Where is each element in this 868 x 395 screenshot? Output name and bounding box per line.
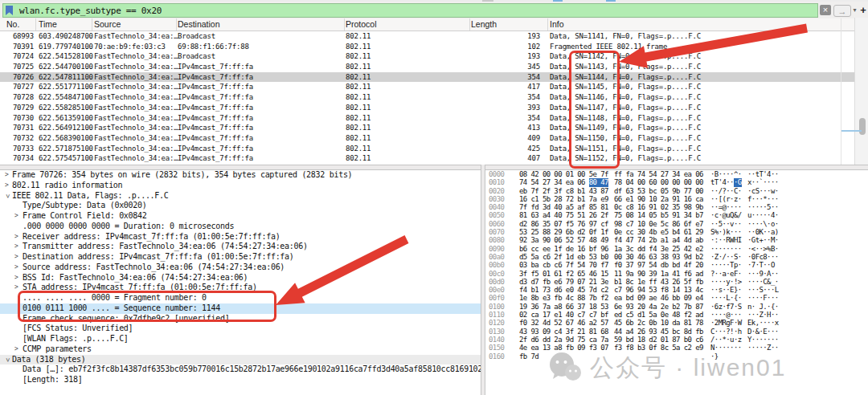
ascii-left[interactable]: C···?!·h bbox=[710, 328, 742, 336]
hex-bytes-left[interactable]: 1e 8b e3 fb 4c 88 7b f2 bbox=[519, 294, 608, 302]
detail-row[interactable]: >Destination address: IPv4mcast_7f:ff:fa… bbox=[0, 252, 481, 263]
ascii-right[interactable]: f···*··· bbox=[747, 195, 779, 203]
detail-row[interactable]: >Transmitter address: FastTechnolo_34:ea… bbox=[0, 242, 481, 252]
detail-row[interactable]: .000 0000 0000 0000 = Duration: 0 micros… bbox=[0, 222, 481, 232]
hex-bytes-right[interactable]: 59 bd 18 d2 01 87 b0 c6 bbox=[614, 336, 703, 344]
detail-row[interactable]: [WLAN Flags: .p....F.C] bbox=[0, 334, 481, 344]
ascii-right[interactable]: Y······· bbox=[747, 336, 779, 344]
selected-ascii[interactable]: ·G bbox=[734, 178, 742, 186]
ascii-right[interactable]: ····C&_· bbox=[747, 278, 779, 286]
ascii-right[interactable]: ·····5·· bbox=[747, 203, 779, 211]
packet-row[interactable]: 68993603.490248700FastTechnolo_34:ea:…Br… bbox=[0, 31, 854, 42]
ascii-left[interactable]: ····L·{· bbox=[710, 294, 742, 302]
hex-row[interactable]: 0060d2 86 35 07 f5 76 97 cf··5··v··98 c7… bbox=[485, 220, 868, 228]
hex-row[interactable]: 000008 42 00 00 01 00 5e 7f·B····^·ff fa… bbox=[485, 170, 868, 178]
chevron-right-icon[interactable]: > bbox=[5, 181, 9, 191]
hex-bytes-left[interactable]: f4 b1 73 d6 e0 45 7d c2 bbox=[519, 286, 608, 294]
hex-bytes-right[interactable]: f0 37 97 54 db bd 4f 20 bbox=[614, 261, 703, 269]
hex-row[interactable]: 01504e ea 13 a8 fb 09 f3 07N·······f3 f8… bbox=[485, 344, 868, 352]
hex-bytes-right[interactable]: 11 9a 90 39 1a 41 f6 ad bbox=[614, 270, 703, 278]
ascii-left[interactable]: S%·)k··· bbox=[710, 228, 742, 236]
detail-row[interactable]: >Receiver address: IPv4mcast_7f:ff:fa (0… bbox=[0, 232, 481, 242]
hex-bytes-left[interactable]: d5 5a c6 2f 1d eb 53 b0 bbox=[519, 253, 608, 261]
ascii-left[interactable]: /··*·u·z bbox=[710, 336, 742, 344]
col-destination[interactable]: Destination bbox=[178, 19, 220, 29]
ascii-left[interactable]: ?··a·eF· bbox=[710, 270, 742, 278]
hex-bytes-right[interactable]: f3 f8 b3 0f 8c 5a c2 e9 bbox=[614, 344, 703, 352]
hex-bytes-left[interactable]: 74 54 27 34 ea 06 80 47 bbox=[519, 178, 589, 186]
ascii-left[interactable]: ··[(r·z· bbox=[710, 195, 742, 203]
hex-bytes-right[interactable]: ff fa 74 54 27 34 ea 06 bbox=[614, 170, 703, 178]
hex-row[interactable]: 003016 c1 5b 28 72 b1 7a e9··[(r·z·66 e1… bbox=[485, 195, 868, 203]
ascii-left[interactable]: ·} bbox=[710, 352, 719, 360]
ascii-left[interactable]: ·B····^· bbox=[710, 170, 742, 178]
ascii-right[interactable]: x··`···· bbox=[747, 178, 779, 186]
hex-bytes-right[interactable]: f4 47 74 2b a1 a4 4d ab bbox=[614, 236, 703, 244]
ascii-left[interactable]: tT'4···G bbox=[710, 178, 734, 186]
ascii-left[interactable]: ·····Tp· bbox=[710, 261, 742, 269]
chevron-right-icon[interactable]: > bbox=[14, 211, 18, 222]
hex-bytes-left[interactable]: 3f f5 01 61 f2 65 46 15 bbox=[519, 270, 608, 278]
col-no[interactable]: No. bbox=[6, 19, 19, 29]
hex-bytes-left[interactable]: 2f d6 dd 2a 9d 75 ca 7a bbox=[519, 336, 608, 344]
hex-bytes-left[interactable]: b6 cc ee 1f de 16 bf 96 bbox=[519, 245, 608, 253]
packet-row[interactable]: 70733622.571875100FastTechnolo_34:ea:…IP… bbox=[0, 144, 854, 154]
packet-row[interactable]: 70728622.554847100FastTechnolo_34:ea:…IP… bbox=[0, 92, 854, 103]
clear-filter-button[interactable]: × bbox=[820, 5, 831, 15]
ascii-left[interactable]: ·6z·f7·S bbox=[710, 303, 742, 311]
hex-bytes-left[interactable]: d2 86 35 07 f5 76 97 cf bbox=[519, 220, 608, 228]
packet-row[interactable]: 70724622.541528100FastTechnolo_34:ea:…Br… bbox=[0, 51, 854, 62]
ascii-left[interactable]: N······· bbox=[710, 344, 742, 352]
ascii-right[interactable]: ··tT'4·· bbox=[747, 170, 779, 178]
ascii-left[interactable]: ··5··v·· bbox=[710, 220, 742, 228]
ascii-right[interactable]: u·····4· bbox=[747, 211, 779, 219]
ascii-left[interactable]: ····@··· bbox=[710, 311, 742, 319]
hex-bytes-left[interactable]: 53 25 88 29 6b d2 0f 1f bbox=[519, 228, 608, 236]
packet-row[interactable]: 70732622.568390100FastTechnolo_34:ea:…IP… bbox=[0, 133, 854, 144]
detail-row[interactable]: >STA address: IPv4mcast_7f:ff:fa (01:00:… bbox=[0, 283, 481, 293]
bookmark-icon[interactable] bbox=[6, 6, 13, 15]
hex-row[interactable]: 010019 36 7a a8 66 37 18 53·6z·f7·S6e 93… bbox=[485, 303, 868, 311]
ascii-right[interactable]: ····F··· bbox=[747, 294, 779, 302]
col-length[interactable]: Length bbox=[471, 19, 497, 29]
hex-row[interactable]: 0120f0 32 4d 52 67 46 a2 57·2MRgF·W45 6b… bbox=[485, 319, 868, 327]
hex-bytes-left[interactable]: d3 d7 fb e6 79 07 21 3e bbox=[519, 278, 608, 286]
hex-bytes-right[interactable]: 0e cc 30 4b e5 b4 61 29 bbox=[614, 228, 703, 236]
packet-row[interactable]: 70730622.561359100FastTechnolo_34:ea:…IP… bbox=[0, 113, 854, 124]
hex-bytes-right[interactable]: ed c5 d1 5a 0e 48 f2 ad bbox=[614, 311, 703, 319]
chevron-right-icon[interactable]: > bbox=[14, 273, 18, 283]
detail-row[interactable]: >Frame Control Field: 0x0842 bbox=[0, 211, 481, 222]
ascii-right[interactable]: ·<··>%B· bbox=[747, 245, 779, 253]
col-protocol[interactable]: Protocol bbox=[346, 19, 377, 29]
hex-row[interactable]: 01402f d6 dd 2a 9d 75 ca 7a/··*·u·z59 bd… bbox=[485, 336, 868, 344]
hex-row[interactable]: 008092 3a 90 06 52 57 48 49·:··RWHIf4 47… bbox=[485, 236, 868, 244]
hex-row[interactable]: 011002 ca 17 e1 40 c7 c7 bf····@···ed c5… bbox=[485, 311, 868, 319]
ascii-left[interactable]: ··=@···· bbox=[710, 203, 742, 211]
ascii-right[interactable]: Ek,····x bbox=[747, 319, 779, 327]
detail-row[interactable]: Type/Subtype: Data (0x0020) bbox=[0, 201, 481, 211]
hex-bytes-left[interactable]: 02 ca 17 e1 40 c7 c7 bf bbox=[519, 311, 608, 319]
packet-row[interactable]: 70726622.547811100FastTechnolo_34:ea:…IP… bbox=[0, 72, 854, 83]
ascii-right[interactable]: ·····Z·· bbox=[747, 344, 779, 352]
hex-row[interactable]: 00a0d5 5a c6 2f 1d eb 53 b0·Z·/··S·00 30… bbox=[485, 253, 868, 261]
detail-row[interactable]: 0100 0111 1000 .... = Sequence number: 1… bbox=[0, 303, 481, 314]
hex-bytes-right[interactable]: 0c c8 16 91 02 35 98 9b bbox=[614, 203, 703, 211]
selected-bytes[interactable]: 80 47 bbox=[589, 178, 608, 186]
hex-row[interactable]: 0020eb 7f 2f 3f c8 b1 43 87··/?··C·df 63… bbox=[485, 187, 868, 195]
hex-bytes-left[interactable]: 16 c1 5b 28 72 b1 7a e9 bbox=[519, 195, 608, 203]
hex-bytes-right[interactable]: 44 a4 26 93 45 bc 8d fb bbox=[614, 328, 703, 336]
hex-row[interactable]: 007053 25 88 29 6b d2 0f 1fS%·)k···0e cc… bbox=[485, 228, 868, 236]
hex-bytes-left[interactable]: fb 7d bbox=[519, 352, 538, 360]
packet-row[interactable]: 70729622.558285100FastTechnolo_34:ea:…IP… bbox=[0, 103, 854, 113]
chevron-right-icon[interactable]: > bbox=[14, 242, 18, 252]
chevron-right-icon[interactable]: > bbox=[14, 283, 18, 293]
hex-bytes-right[interactable]: 98 c7 10 0e 5c 86 6f e7 bbox=[614, 220, 703, 228]
hex-bytes-right[interactable]: b1 8c 1e ff 43 26 5f fb bbox=[614, 278, 703, 286]
detail-row[interactable]: .... .... .... 0000 = Fragment number: 0 bbox=[0, 293, 481, 303]
hex-row[interactable]: 00b003 ba cb c6 7f 54 70 f7·····Tp·f0 37… bbox=[485, 261, 868, 269]
col-info[interactable]: Info bbox=[550, 19, 564, 29]
ascii-right[interactable]: ···9·A·· bbox=[747, 270, 779, 278]
hex-bytes-left[interactable]: 92 3a 90 06 52 57 48 49 bbox=[519, 236, 608, 244]
hex-bytes-left[interactable]: 08 42 00 00 01 00 5e 7f bbox=[519, 170, 608, 178]
hex-bytes-right[interactable]: 45 6b 2c 0b 10 da 81 78 bbox=[614, 319, 703, 327]
